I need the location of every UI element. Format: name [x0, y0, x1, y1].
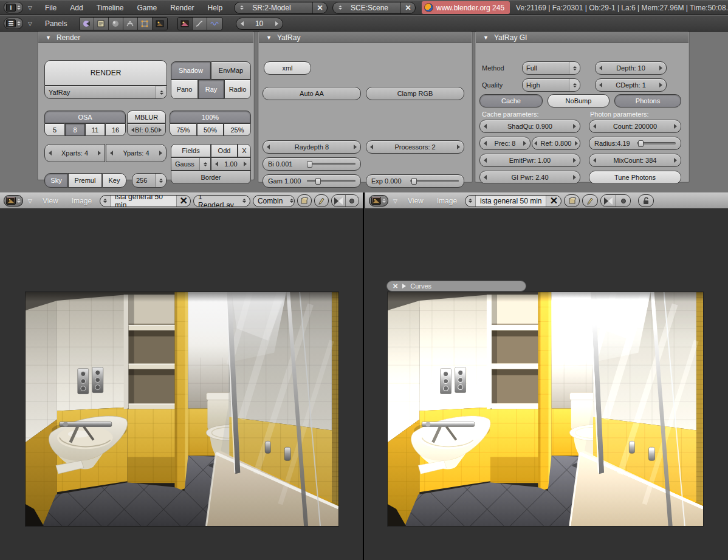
image-unlink-icon[interactable]: ✕ [546, 196, 561, 207]
shading-context-icon[interactable] [109, 18, 123, 30]
increment-icon[interactable] [573, 175, 576, 180]
screen-selector[interactable]: SR:2-Model ✕ [234, 2, 328, 14]
yparts-field[interactable]: Yparts: 4 [106, 144, 167, 162]
increment-icon[interactable] [674, 158, 677, 163]
slider-knob[interactable] [307, 161, 312, 168]
ray-toggle[interactable]: Ray [198, 80, 224, 99]
render-buttons-icon[interactable] [178, 18, 193, 30]
alpha-mask-icon[interactable] [332, 195, 345, 207]
uv-faceselect-icon[interactable] [297, 194, 312, 207]
tune-photons-button[interactable]: Tune Photons [589, 171, 681, 184]
increment-icon[interactable] [244, 162, 247, 166]
menu-add[interactable]: Add [70, 4, 83, 12]
slider-knob[interactable] [638, 140, 644, 147]
yafray-gi-panel-header[interactable]: ▼ YafRay GI [476, 32, 689, 43]
nobump-toggle[interactable]: NoBump [548, 94, 610, 108]
image-datablock-selector[interactable]: ista general 50 min ✕ [465, 195, 561, 207]
script-context-icon[interactable] [94, 18, 109, 30]
key-toggle[interactable]: Key [102, 173, 126, 188]
processors-field[interactable]: Processors: 2 [366, 140, 464, 154]
slider-track[interactable] [410, 180, 459, 182]
curves-close-icon[interactable]: ✕ [393, 282, 398, 290]
yafray-panel-header[interactable]: ▼ YafRay [259, 32, 472, 43]
panel-collapse-icon[interactable]: ▼ [46, 35, 51, 41]
size-25-button[interactable]: 25% [224, 123, 251, 136]
curves-panel-header[interactable]: ✕ Curves [386, 281, 526, 292]
increment-icon[interactable] [659, 83, 662, 87]
envmap-toggle[interactable]: EnvMap [211, 61, 251, 80]
render-layer-value[interactable]: 1 RenderLay [194, 195, 239, 207]
menu-view[interactable]: View [408, 197, 424, 205]
sky-toggle[interactable]: Sky [44, 173, 68, 188]
alpha-dot-icon[interactable] [616, 195, 630, 207]
photons-toggle[interactable]: Photons [614, 94, 681, 108]
render-panel-header[interactable]: ▼ Render [38, 32, 253, 43]
mixcount-field[interactable]: MixCount: 384 [589, 154, 681, 167]
increment-icon[interactable] [457, 145, 460, 149]
raydepth-field[interactable]: Raydepth 8 [263, 140, 361, 154]
gamma-slider[interactable]: Gam 1.000 [263, 174, 361, 188]
menu-render[interactable]: Render [170, 4, 194, 12]
increment-icon[interactable] [523, 141, 526, 146]
editing-context-icon[interactable] [138, 18, 153, 30]
sound-buttons-icon[interactable] [207, 18, 222, 30]
window-type-button-image[interactable] [4, 195, 23, 207]
clamp-rgb-toggle[interactable]: Clamp RGB [366, 87, 464, 100]
size-75-button[interactable]: 75% [170, 123, 197, 136]
size-100-toggle[interactable]: 100% [170, 111, 251, 123]
object-context-icon[interactable] [123, 18, 138, 30]
mblur-toggle[interactable]: MBLUR [127, 111, 166, 123]
render-button[interactable]: RENDER [44, 60, 167, 86]
header-collapse-icon[interactable]: ▽ [393, 198, 397, 204]
scene-name[interactable]: SCE:Scene [346, 2, 400, 13]
menu-timeline[interactable]: Timeline [97, 4, 124, 12]
slider-knob[interactable] [411, 178, 417, 185]
render-layer-selector[interactable]: 1 RenderLay [193, 195, 250, 207]
menu-game[interactable]: Game [137, 4, 157, 12]
filter-size-field[interactable]: 1.00 [211, 157, 251, 171]
anim-buttons-icon[interactable] [193, 18, 207, 30]
increment-icon[interactable] [573, 158, 576, 163]
increment-icon[interactable] [159, 128, 162, 132]
increment-icon[interactable] [354, 145, 357, 149]
photon-radius-slider[interactable]: Radius:4.19 [589, 137, 681, 150]
osa-8-button[interactable]: 8 [65, 123, 85, 136]
xparts-field[interactable]: Xparts: 4 [44, 144, 105, 162]
gipwr-field[interactable]: GI Pwr: 2.40 [479, 171, 580, 184]
menu-file[interactable]: File [45, 4, 57, 12]
image-unlink-icon[interactable]: ✕ [177, 196, 190, 207]
increment-icon[interactable] [674, 124, 677, 129]
pano-toggle[interactable]: Pano [171, 80, 198, 99]
increment-icon[interactable] [159, 151, 162, 155]
frame-number-field[interactable]: 10 [236, 18, 283, 30]
header-collapse-icon[interactable]: ▽ [28, 21, 32, 27]
auto-aa-toggle[interactable]: Auto AA [263, 87, 361, 100]
bias-slider[interactable]: Bi 0.001 [263, 157, 361, 171]
premul-toggle[interactable]: Premul [68, 173, 102, 188]
version-badge[interactable]: www.blender.org 245 [422, 1, 510, 14]
window-type-button-image[interactable] [369, 195, 388, 207]
cache-toggle[interactable]: Cache [479, 94, 543, 108]
screen-name[interactable]: SR:2-Model [248, 2, 312, 13]
increment-icon[interactable] [275, 21, 278, 26]
increment-icon[interactable] [659, 66, 662, 70]
window-type-button-buttons[interactable]: ☰ [4, 18, 23, 29]
shadqu-field[interactable]: ShadQu: 0.900 [479, 120, 580, 133]
image-paint-icon[interactable] [582, 194, 598, 207]
blur-factor-field[interactable]: Bf: 0.50 [127, 123, 166, 136]
window-type-button-info[interactable]: i [4, 2, 23, 13]
scene-close-icon[interactable]: ✕ [400, 2, 415, 13]
gi-depth-field[interactable]: Depth: 10 [595, 61, 667, 75]
radio-toggle[interactable]: Radio [224, 80, 251, 99]
refinement-field[interactable]: Ref: 0.800 [532, 137, 580, 150]
header-collapse-icon[interactable]: ▽ [28, 198, 32, 204]
alpha-dot-icon[interactable] [345, 195, 359, 207]
menu-view[interactable]: View [43, 197, 58, 205]
render-engine-dropdown[interactable]: YafRay [44, 86, 167, 99]
image-datablock-selector[interactable]: ista general 50 min. ✕ [100, 195, 191, 207]
exposure-slider[interactable]: Exp 0.000 [366, 174, 464, 188]
screen-close-icon[interactable]: ✕ [312, 2, 327, 13]
slider-track[interactable] [307, 180, 355, 182]
fields-x-toggle[interactable]: X [238, 144, 251, 157]
osa-11-button[interactable]: 11 [85, 123, 105, 136]
